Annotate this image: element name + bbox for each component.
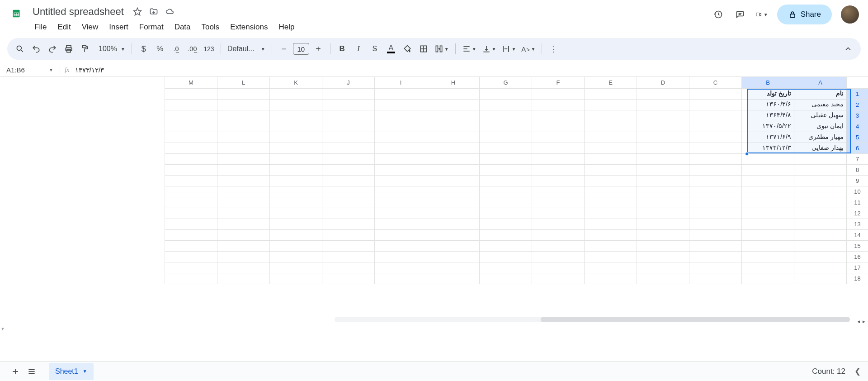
cell[interactable] (269, 165, 322, 176)
cell[interactable] (532, 100, 584, 110)
cell[interactable] (584, 186, 637, 197)
cell[interactable] (374, 197, 427, 208)
cell[interactable] (532, 132, 584, 143)
cell[interactable] (427, 219, 479, 230)
zoom-selector[interactable]: 100%▼ (94, 42, 127, 56)
cell[interactable] (217, 121, 269, 132)
cell[interactable] (637, 262, 689, 273)
cell[interactable] (427, 165, 479, 176)
cell[interactable] (322, 154, 374, 165)
cell[interactable]: بهدار صفایی (794, 143, 846, 154)
cell[interactable] (322, 252, 374, 262)
cell[interactable] (689, 89, 741, 100)
cell[interactable] (269, 219, 322, 230)
cell[interactable] (794, 208, 846, 219)
cell[interactable] (532, 252, 584, 262)
cell[interactable] (794, 219, 846, 230)
row-header[interactable]: 13 (846, 219, 868, 230)
cell[interactable] (269, 89, 322, 100)
cell[interactable] (322, 186, 374, 197)
cell[interactable] (165, 197, 217, 208)
cell[interactable] (637, 110, 689, 121)
cell[interactable] (217, 100, 269, 110)
cell[interactable] (637, 241, 689, 252)
row-header[interactable]: 16 (846, 252, 868, 262)
font-selector[interactable]: Defaul...▼ (226, 42, 267, 56)
decrease-decimal-icon[interactable]: .0̲ (169, 42, 184, 56)
cell[interactable] (794, 241, 846, 252)
cell[interactable] (374, 208, 427, 219)
cell[interactable] (374, 252, 427, 262)
cell[interactable] (794, 176, 846, 186)
add-sheet-icon[interactable]: + (7, 363, 24, 380)
column-header[interactable]: F (532, 77, 584, 89)
cell[interactable] (269, 186, 322, 197)
cell[interactable] (217, 143, 269, 154)
cell[interactable] (165, 176, 217, 186)
italic-icon[interactable]: I (351, 42, 366, 56)
cell[interactable] (637, 197, 689, 208)
cell[interactable] (689, 230, 741, 241)
menu-file[interactable]: File (30, 20, 51, 34)
cell[interactable] (165, 273, 217, 284)
cell[interactable] (165, 143, 217, 154)
menu-extensions[interactable]: Extensions (226, 20, 272, 34)
cell[interactable]: نام (794, 89, 846, 100)
cell[interactable]: ۱۳۶۰/۳/۶ (741, 100, 794, 110)
menu-help[interactable]: Help (274, 20, 299, 34)
scroll-left-icon[interactable]: ◄ (856, 319, 861, 324)
cell[interactable] (741, 230, 794, 241)
cell[interactable] (322, 241, 374, 252)
cell[interactable] (689, 143, 741, 154)
cell[interactable] (689, 252, 741, 262)
cell[interactable] (427, 252, 479, 262)
star-icon[interactable] (132, 6, 143, 17)
cell[interactable]: ۱۳۷۰/۵/۲۲ (741, 121, 794, 132)
cell[interactable] (427, 100, 479, 110)
cell[interactable] (217, 208, 269, 219)
cell[interactable] (584, 165, 637, 176)
cell[interactable] (532, 143, 584, 154)
cell[interactable] (165, 121, 217, 132)
cell[interactable] (741, 273, 794, 284)
cell[interactable] (532, 219, 584, 230)
bold-icon[interactable]: B (335, 42, 349, 56)
cell[interactable] (584, 100, 637, 110)
share-button[interactable]: Share (777, 5, 832, 24)
cell[interactable] (427, 273, 479, 284)
cell[interactable] (584, 154, 637, 165)
document-title[interactable]: Untitled spreadsheet (30, 5, 127, 19)
cell[interactable] (322, 132, 374, 143)
cell[interactable] (532, 273, 584, 284)
row-header[interactable]: 8 (846, 165, 868, 176)
cell[interactable] (427, 121, 479, 132)
cell[interactable] (165, 241, 217, 252)
paint-format-icon[interactable] (78, 42, 92, 56)
cell[interactable] (217, 89, 269, 100)
side-panel-toggle-icon[interactable]: ❮ (854, 367, 861, 376)
cell[interactable] (532, 262, 584, 273)
cell[interactable] (741, 241, 794, 252)
row-header[interactable]: 3 (846, 110, 868, 121)
cell[interactable] (165, 132, 217, 143)
cell[interactable] (689, 273, 741, 284)
meet-icon[interactable]: ▼ (755, 8, 768, 21)
cell[interactable] (322, 176, 374, 186)
strikethrough-icon[interactable]: S (368, 42, 382, 56)
cell[interactable] (269, 132, 322, 143)
cell[interactable] (532, 241, 584, 252)
cell[interactable] (374, 89, 427, 100)
cell[interactable] (165, 110, 217, 121)
row-header[interactable]: 9 (846, 176, 868, 186)
row-header[interactable]: 5 (846, 132, 868, 143)
cell[interactable] (637, 186, 689, 197)
text-color-icon[interactable]: A (384, 42, 398, 56)
cell[interactable] (374, 230, 427, 241)
cell[interactable] (322, 165, 374, 176)
cell[interactable] (217, 241, 269, 252)
cell[interactable] (269, 197, 322, 208)
vertical-align-icon[interactable]: ▼ (480, 42, 498, 56)
format-percent-icon[interactable]: % (153, 42, 167, 56)
formula-input[interactable]: ۱۳۷۳/۱۲/۳ (75, 66, 104, 74)
undo-icon[interactable] (29, 42, 43, 56)
